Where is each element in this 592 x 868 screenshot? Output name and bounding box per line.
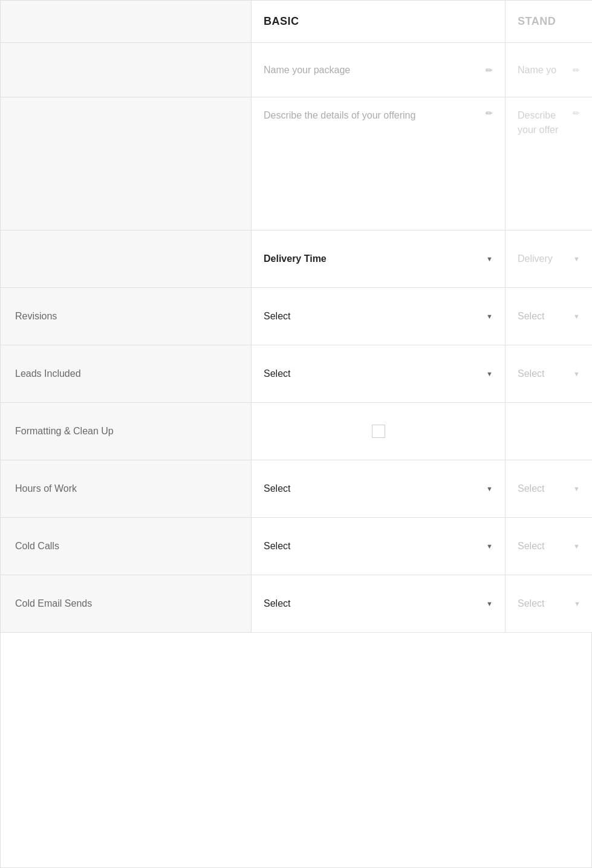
cold-email-sends-basic-value: Select bbox=[264, 598, 290, 609]
revisions-basic-cell[interactable]: Select ▼ bbox=[252, 288, 506, 345]
revisions-standard-chevron: ▼ bbox=[573, 313, 580, 320]
cold-email-sends-basic-cell[interactable]: Select ▼ bbox=[252, 575, 506, 633]
formatting-cleanup-checkbox[interactable] bbox=[372, 425, 385, 438]
delivery-time-standard-chevron: ▼ bbox=[573, 255, 580, 263]
delivery-time-standard-select[interactable]: Delivery ▼ bbox=[518, 253, 580, 264]
revisions-standard-value: Select bbox=[518, 311, 544, 322]
desc-standard-edit-icon[interactable]: ✏ bbox=[573, 108, 580, 118]
header-basic-label: BASIC bbox=[264, 15, 299, 28]
hours-of-work-standard-select[interactable]: Select ▼ bbox=[518, 483, 580, 494]
cold-calls-standard-chevron: ▼ bbox=[573, 543, 580, 550]
cold-calls-basic-value: Select bbox=[264, 541, 290, 552]
revisions-label-cell: Revisions bbox=[1, 288, 252, 345]
hours-of-work-standard-cell[interactable]: Select ▼ bbox=[506, 460, 592, 518]
delivery-time-basic-value: Delivery Time bbox=[264, 253, 327, 264]
hours-of-work-basic-cell[interactable]: Select ▼ bbox=[252, 460, 506, 518]
pkg-name-standard-placeholder: Name yo bbox=[518, 65, 556, 76]
leads-included-basic-value: Select bbox=[264, 368, 290, 379]
cold-email-sends-standard-value: Select bbox=[518, 598, 544, 609]
formatting-cleanup-label: Formatting & Clean Up bbox=[15, 426, 114, 437]
pkg-name-basic-cell[interactable]: Name your package ✏ bbox=[252, 43, 506, 97]
leads-included-label-cell: Leads Included bbox=[1, 345, 252, 403]
cold-calls-basic-select[interactable]: Select ▼ bbox=[264, 541, 493, 552]
hours-of-work-basic-chevron: ▼ bbox=[486, 485, 493, 492]
revisions-standard-cell[interactable]: Select ▼ bbox=[506, 288, 592, 345]
formatting-cleanup-standard-cell bbox=[506, 403, 592, 460]
desc-empty-cell bbox=[1, 97, 252, 230]
cold-calls-standard-select[interactable]: Select ▼ bbox=[518, 541, 580, 552]
pkg-name-basic-edit-icon[interactable]: ✏ bbox=[486, 65, 493, 75]
leads-included-standard-cell[interactable]: Select ▼ bbox=[506, 345, 592, 403]
cold-email-sends-label-cell: Cold Email Sends bbox=[1, 575, 252, 633]
desc-standard-cell[interactable]: Describe your offer ✏ bbox=[506, 97, 592, 230]
cold-calls-standard-cell[interactable]: Select ▼ bbox=[506, 518, 592, 575]
cold-email-sends-basic-chevron: ▼ bbox=[486, 600, 493, 607]
header-basic-cell: BASIC bbox=[252, 1, 506, 43]
header-empty-cell bbox=[1, 1, 252, 43]
cold-email-sends-basic-select[interactable]: Select ▼ bbox=[264, 598, 493, 609]
revisions-basic-value: Select bbox=[264, 311, 290, 322]
hours-of-work-standard-value: Select bbox=[518, 483, 544, 494]
desc-basic-edit-icon[interactable]: ✏ bbox=[486, 108, 493, 118]
pkg-name-standard-cell[interactable]: Name yo ✏ bbox=[506, 43, 592, 97]
formatting-cleanup-basic-cell[interactable] bbox=[252, 403, 506, 460]
leads-included-basic-cell[interactable]: Select ▼ bbox=[252, 345, 506, 403]
hours-of-work-label: Hours of Work bbox=[15, 483, 77, 494]
delivery-time-basic-select[interactable]: Delivery Time ▼ bbox=[264, 253, 493, 264]
delivery-time-label-cell bbox=[1, 230, 252, 288]
delivery-time-standard-cell[interactable]: Delivery ▼ bbox=[506, 230, 592, 288]
leads-included-basic-chevron: ▼ bbox=[486, 370, 493, 377]
header-standard-cell: STAND bbox=[506, 1, 592, 43]
hours-of-work-standard-chevron: ▼ bbox=[573, 485, 580, 492]
desc-basic-cell[interactable]: Describe the details of your offering ✏ bbox=[252, 97, 506, 230]
hours-of-work-label-cell: Hours of Work bbox=[1, 460, 252, 518]
leads-included-label: Leads Included bbox=[15, 368, 81, 379]
revisions-standard-select[interactable]: Select ▼ bbox=[518, 311, 580, 322]
cold-calls-basic-cell[interactable]: Select ▼ bbox=[252, 518, 506, 575]
revisions-label: Revisions bbox=[15, 311, 57, 322]
pkg-name-basic-placeholder: Name your package bbox=[264, 65, 350, 76]
cold-email-sends-standard-chevron: ▼ bbox=[574, 600, 581, 607]
leads-included-standard-chevron: ▼ bbox=[573, 370, 580, 377]
delivery-time-basic-chevron: ▼ bbox=[486, 255, 493, 263]
cold-calls-basic-chevron: ▼ bbox=[486, 543, 493, 550]
hours-of-work-basic-value: Select bbox=[264, 483, 290, 494]
leads-included-standard-select[interactable]: Select ▼ bbox=[518, 368, 580, 379]
revisions-basic-chevron: ▼ bbox=[486, 313, 493, 320]
hours-of-work-basic-select[interactable]: Select ▼ bbox=[264, 483, 493, 494]
delivery-time-standard-value: Delivery bbox=[518, 253, 553, 264]
desc-basic-placeholder: Describe the details of your offering bbox=[264, 108, 415, 123]
formatting-cleanup-label-cell: Formatting & Clean Up bbox=[1, 403, 252, 460]
cold-email-sends-standard-select[interactable]: Select ▼ bbox=[518, 598, 581, 609]
leads-included-basic-select[interactable]: Select ▼ bbox=[264, 368, 493, 379]
cold-calls-label-cell: Cold Calls bbox=[1, 518, 252, 575]
revisions-basic-select[interactable]: Select ▼ bbox=[264, 311, 493, 322]
header-standard-label: STAND bbox=[518, 15, 556, 28]
formatting-cleanup-checkbox-wrapper bbox=[264, 425, 493, 438]
cold-email-sends-label: Cold Email Sends bbox=[15, 598, 92, 609]
table-grid: BASIC STAND Name your package ✏ Name yo … bbox=[1, 1, 591, 633]
desc-standard-placeholder: Describe your offer bbox=[518, 108, 573, 137]
pkg-name-empty-cell bbox=[1, 43, 252, 97]
leads-included-standard-value: Select bbox=[518, 368, 544, 379]
cold-calls-standard-value: Select bbox=[518, 541, 544, 552]
cold-calls-label: Cold Calls bbox=[15, 541, 59, 552]
delivery-time-basic-cell[interactable]: Delivery Time ▼ bbox=[252, 230, 506, 288]
pkg-name-standard-edit-icon[interactable]: ✏ bbox=[573, 65, 580, 75]
pricing-table: BASIC STAND Name your package ✏ Name yo … bbox=[0, 0, 592, 868]
cold-email-sends-standard-cell[interactable]: Select ▼ bbox=[506, 575, 592, 633]
